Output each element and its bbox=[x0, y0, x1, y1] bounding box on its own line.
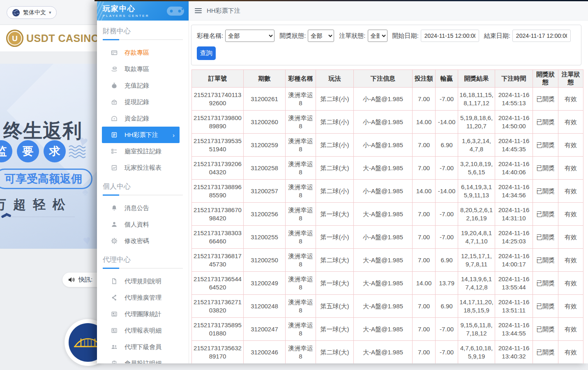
column-header: 注單狀態 bbox=[558, 70, 583, 88]
usdt-coin-logo-icon: U bbox=[6, 29, 24, 47]
cell-order_no: 2152173173681745730 bbox=[192, 249, 244, 272]
sidebar-item-profile[interactable]: 個人資料 bbox=[97, 216, 189, 233]
sidebar-item-agent-team-stats[interactable]: 代理團隊統計 bbox=[97, 306, 189, 322]
cell-bet_time: 2024-11-16 14:00:17 bbox=[495, 249, 533, 272]
sidebar-item-withdraw[interactable]: 取款專區 bbox=[97, 61, 189, 77]
cell-order_no: 2152173174011392600 bbox=[192, 88, 244, 111]
cell-order_no: 2152173173953551940 bbox=[192, 134, 244, 157]
newspaper-icon bbox=[111, 311, 118, 317]
cell-period: 31200260 bbox=[244, 111, 286, 134]
sidebar-item-change-password[interactable]: 修改密碼 bbox=[97, 233, 189, 249]
cell-bet_time: 2024-11-16 14:31:10 bbox=[495, 203, 533, 226]
draw-status-select[interactable]: 全部 bbox=[308, 30, 334, 42]
banner-badges: 监 要 求 bbox=[0, 140, 66, 162]
cell-result: 3,2,10,8,19,5,6,15 bbox=[458, 157, 495, 180]
cell-order_no: 2152173173589501880 bbox=[192, 318, 244, 341]
sidebar-item-funds-records[interactable]: 資金記錄 bbox=[97, 110, 189, 127]
cell-win_loss: -14.00 bbox=[436, 180, 458, 203]
cell-period: 31200257 bbox=[244, 180, 286, 203]
people-icon bbox=[111, 344, 118, 350]
cell-order_no: 2152173173830366460 bbox=[192, 226, 244, 249]
column-header: 開獎狀態 bbox=[533, 70, 558, 88]
sidebar-item-hh-lottery-bets[interactable]: HH彩票下注 › bbox=[102, 127, 180, 143]
sidebar-item-hall-bet-records[interactable]: 廳室投註記錄 bbox=[97, 143, 189, 160]
cell-order_no: 2152173173980089890 bbox=[192, 111, 244, 134]
sidebar-item-label: 消息公告 bbox=[125, 204, 149, 212]
table-row: 215217317365446452031200249澳洲幸运8第一球(大)大-… bbox=[192, 272, 583, 295]
cell-result: 4,7,6,10,18,5,9,19 bbox=[458, 341, 495, 364]
cell-period: 31200259 bbox=[244, 134, 286, 157]
cell-period: 31200248 bbox=[244, 295, 286, 318]
sidebar-item-agent-report-detail[interactable]: 代理報表明細 bbox=[97, 322, 189, 339]
cell-amount: 7.00 bbox=[413, 341, 436, 364]
sidebar-item-label: 代理推廣管理 bbox=[125, 294, 161, 302]
moneybag-icon bbox=[111, 82, 118, 89]
cell-amount: 14.00 bbox=[413, 272, 436, 295]
language-selector[interactable]: 繁体中文 ▾ bbox=[7, 6, 57, 19]
cell-win_loss: 6.90 bbox=[436, 134, 458, 157]
chevron-down-icon: ▾ bbox=[49, 10, 51, 15]
cell-bet_time: 2024-11-16 13:55:44 bbox=[495, 272, 533, 295]
end-date-input[interactable] bbox=[512, 30, 571, 42]
cell-draw_status: 已開獎 bbox=[533, 226, 558, 249]
cell-bet_info: 大-A盤@1.985 bbox=[354, 295, 413, 318]
cell-order_status: 有效 bbox=[558, 134, 583, 157]
cell-order_no: 2152173173627103820 bbox=[192, 295, 244, 318]
chevron-right-icon: › bbox=[173, 132, 180, 139]
cell-result: 14,17,11,20,18,5,15,9 bbox=[458, 295, 495, 318]
sidebar-item-deposit[interactable]: 存款專區 bbox=[97, 44, 189, 61]
sidebar-item-player-bet-report[interactable]: 玩家投注報表 bbox=[97, 160, 189, 176]
cell-play: 第二球(小) bbox=[316, 180, 354, 203]
start-date-input[interactable] bbox=[421, 30, 479, 42]
cell-win_loss: -7.00 bbox=[436, 341, 458, 364]
cell-order_status: 有效 bbox=[558, 157, 583, 180]
cell-period: 31200246 bbox=[244, 341, 286, 364]
lottery-list-icon bbox=[111, 132, 118, 138]
cell-period: 31200258 bbox=[244, 157, 286, 180]
column-header: 訂單號 bbox=[192, 70, 244, 88]
brand-name: USDT CASINO bbox=[26, 32, 99, 44]
hamburger-menu-icon[interactable] bbox=[195, 8, 202, 13]
deposit-card-icon bbox=[111, 49, 118, 56]
column-header: 開獎結果 bbox=[458, 70, 495, 88]
cell-win_loss: -7.00 bbox=[436, 318, 458, 341]
lottery-name-label: 彩種名稱: bbox=[197, 32, 223, 40]
background-gap bbox=[0, 51, 97, 64]
order-status-select[interactable]: 全部 bbox=[368, 30, 387, 42]
cell-lottery: 澳洲幸运8 bbox=[286, 203, 316, 226]
cell-bet_info: 大-A盤@1.985 bbox=[354, 157, 413, 180]
cell-lottery: 澳洲幸运8 bbox=[286, 157, 316, 180]
sidebar-item-label: HH彩票下注 bbox=[125, 131, 158, 139]
cell-bet_time: 2024-11-16 14:45:35 bbox=[495, 134, 533, 157]
sidebar-item-announcements[interactable]: 消息公告 bbox=[97, 200, 189, 216]
sidebar-item-agent-downline-members[interactable]: 代理下級會員 bbox=[97, 339, 189, 355]
sidebar-item-label: 代理報表明細 bbox=[125, 327, 161, 335]
cell-bet_info: 小-A盤@1.985 bbox=[354, 180, 413, 203]
cell-order_no: 2152173173563289170 bbox=[192, 341, 244, 364]
speaker-icon bbox=[68, 277, 75, 283]
cell-amount: 7.00 bbox=[413, 203, 436, 226]
cell-play: 第二球(小) bbox=[316, 134, 354, 157]
sidebar-item-agent-rules[interactable]: 代理規則說明 bbox=[97, 273, 189, 289]
sidebar-item-member-bet-detail[interactable]: 會員投註明細 bbox=[97, 355, 189, 363]
cell-draw_status: 已開獎 bbox=[533, 111, 558, 134]
sidebar-item-label: 廳室投註記錄 bbox=[125, 148, 161, 155]
cell-result: 16,18,11,15,8,1,17,12 bbox=[458, 88, 495, 111]
search-button[interactable]: 查詢 bbox=[197, 46, 216, 60]
cell-draw_status: 已開獎 bbox=[533, 180, 558, 203]
cell-win_loss: -7.00 bbox=[436, 226, 458, 249]
cell-period: 31200261 bbox=[244, 88, 286, 111]
gear-icon bbox=[111, 238, 118, 244]
cell-lottery: 澳洲幸运8 bbox=[286, 111, 316, 134]
cell-win_loss: 6.90 bbox=[436, 249, 458, 272]
sidebar-item-agent-promotion[interactable]: 代理推廣管理 bbox=[97, 289, 189, 306]
sidebar-item-withdrawal-records[interactable]: 提現記錄 bbox=[97, 94, 189, 110]
cell-bet_info: 小-A盤@1.985 bbox=[354, 111, 413, 134]
sidebar-item-recharge-records[interactable]: 充值記錄 bbox=[97, 77, 189, 94]
column-header: 期數 bbox=[244, 70, 286, 88]
brand-strip: U USDT CASINO bbox=[0, 25, 97, 51]
handshake-icon bbox=[1, 210, 12, 221]
cell-lottery: 澳洲幸运8 bbox=[286, 318, 316, 341]
cell-bet_time: 2024-11-16 14:34:56 bbox=[495, 180, 533, 203]
lottery-name-select[interactable]: 全部 bbox=[225, 30, 274, 42]
